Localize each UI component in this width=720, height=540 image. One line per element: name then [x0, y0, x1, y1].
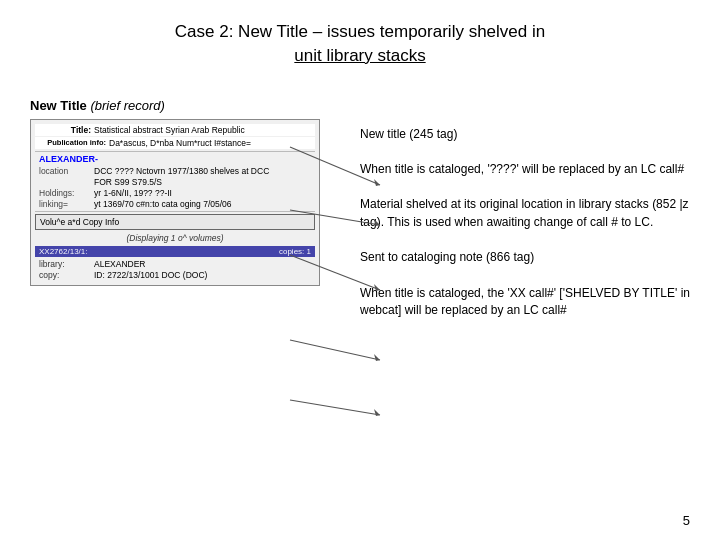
page-container: Case 2: New Title – issues temporarily s… [0, 0, 720, 540]
svg-line-6 [290, 340, 380, 360]
screenshot-mockup: Title: Statistical abstract Syrian Arab … [30, 119, 320, 286]
screen-field-value-holdings: yr 1-6N/II, 19?? ??-II [94, 188, 315, 198]
screen-title-label: Title: [39, 125, 94, 135]
svg-marker-9 [374, 409, 380, 416]
screen-vol-copy: Volu^e a*d Copy Info [35, 214, 315, 230]
svg-line-8 [290, 400, 380, 415]
left-side: New Title (brief record) Title: Statisti… [30, 98, 340, 286]
divider2 [35, 211, 315, 212]
screen-library-row: library: ALEXANDER [35, 259, 315, 269]
screen-library-value: ALEXANDER [94, 259, 146, 269]
screen-field-for: FOR S99 S79.5/S [35, 177, 315, 187]
annotation-2: When title is cataloged, '????' will be … [360, 161, 690, 178]
new-title-label: New Title (brief record) [30, 98, 340, 113]
screen-displaying-row: (Displaying 1 o^ volumes) [35, 232, 315, 244]
screen-copy-value: ID: 2722/13/1001 DOC (DOC) [94, 270, 207, 280]
content-area: New Title (brief record) Title: Statisti… [30, 98, 690, 320]
screen-title-val: Statistical abstract Syrian Arab Republi… [94, 125, 311, 135]
annotation-1: New title (245 tag) [360, 126, 690, 143]
svg-marker-7 [374, 354, 380, 361]
screen-copy-row: copy: ID: 2722/13/1001 DOC (DOC) [35, 270, 315, 280]
screen-pub-val: Da*ascus, D*nba Num*ruct I#stance= [109, 138, 311, 148]
screen-field-label-location: location [39, 166, 94, 176]
screen-name: ALEXANDER- [35, 154, 315, 164]
page-number: 5 [683, 513, 690, 528]
annotation-4: Sent to cataloging note (866 tag) [360, 249, 690, 266]
annotation-5: When title is cataloged, the 'XX call#' … [360, 285, 690, 320]
screen-pub-row: Publication info: Da*ascus, D*nba Num*ru… [35, 137, 315, 149]
screen-field-linking: linking= yt 1369/70 c#n:to cata oging 7/… [35, 199, 315, 209]
screen-displaying: (Displaying 1 o^ volumes) [126, 233, 223, 243]
screen-field-value-linking: yt 1369/70 c#n:to cata oging 7/05/06 [94, 199, 315, 209]
screen-field-holdings: Holdings: yr 1-6N/II, 19?? ??-II [35, 188, 315, 198]
divider1 [35, 151, 315, 152]
page-title: Case 2: New Title – issues temporarily s… [30, 20, 690, 68]
screen-copies-bar: XX2762/13/1: copies: 1 [35, 246, 315, 257]
screen-title-row: Title: Statistical abstract Syrian Arab … [35, 124, 315, 136]
screen-copy-label: copy: [39, 270, 94, 280]
screen-copies-label: XX2762/13/1: [39, 247, 87, 256]
screen-copies-val: copies: 1 [279, 247, 311, 256]
screen-pub-label: Publication info: [39, 138, 109, 148]
screen-field-value-location: DCC ???? Nctovrn 1977/1380 shelves at DC… [94, 166, 315, 176]
annotation-3: Material shelved at its original locatio… [360, 196, 690, 231]
right-side: New title (245 tag) When title is catalo… [340, 98, 690, 320]
screen-field-label-for [39, 177, 94, 187]
screen-field-location: location DCC ???? Nctovrn 1977/1380 shel… [35, 166, 315, 176]
screen-library-label: library: [39, 259, 94, 269]
screen-field-value-for: FOR S99 S79.5/S [94, 177, 315, 187]
screen-field-label-linking: linking= [39, 199, 94, 209]
screen-field-label-holdings: Holdings: [39, 188, 94, 198]
